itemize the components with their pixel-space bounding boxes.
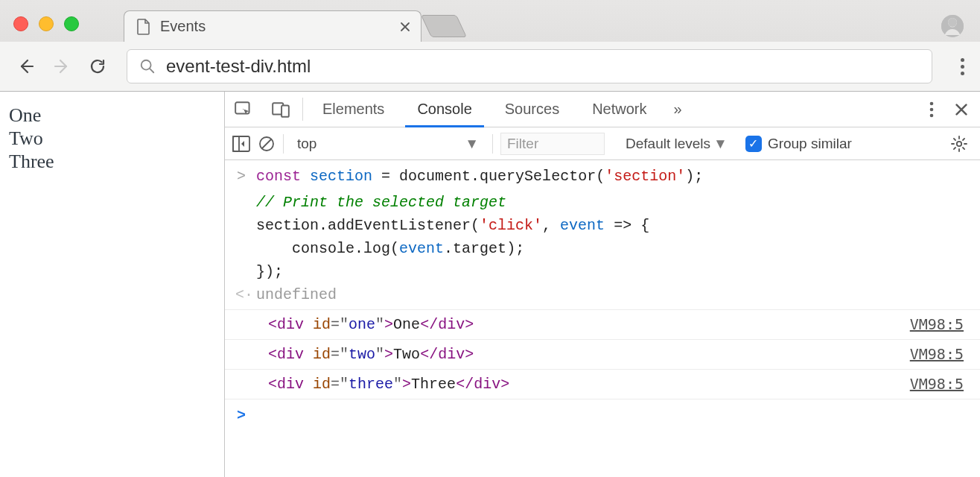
window-close-button[interactable] <box>13 16 28 31</box>
search-icon <box>139 58 156 75</box>
code-text: section.addEventListener('click', event … <box>256 215 649 236</box>
gutter <box>235 238 247 259</box>
back-button[interactable] <box>13 54 39 79</box>
context-label: top <box>297 136 316 152</box>
log-source-link[interactable]: VM98:5 <box>910 374 970 394</box>
gutter <box>235 192 247 212</box>
prompt-chevron-icon: > <box>235 405 247 426</box>
gutter <box>235 215 247 236</box>
devtools-tab-console[interactable]: Console <box>401 92 488 127</box>
new-tab-button[interactable] <box>421 15 467 37</box>
profile-avatar[interactable] <box>941 15 964 37</box>
tab-label: Network <box>592 101 646 118</box>
svg-rect-10 <box>233 136 239 151</box>
window-minimize-button[interactable] <box>39 16 54 31</box>
tab-title: Events <box>160 18 391 35</box>
svg-rect-5 <box>281 105 289 116</box>
group-similar-label: Group similar <box>768 136 852 152</box>
console-filter-input[interactable] <box>500 133 605 155</box>
svg-point-1 <box>949 19 957 28</box>
tab-strip: Events <box>0 0 980 42</box>
caret-down-icon: ▼ <box>465 136 479 152</box>
console-log-row[interactable]: <div id="three">Three</div>VM98:5 <box>225 370 980 399</box>
return-value: undefined <box>256 285 337 305</box>
caret-down-icon: ▼ <box>713 136 728 152</box>
page-viewport[interactable]: One Two Three <box>0 92 225 477</box>
checkbox-checked-icon: ✓ <box>745 136 762 152</box>
console-toolbar: top ▼ Default levels ▼ ✓ Group similar <box>225 127 980 160</box>
browser-chrome: Events <box>0 0 980 92</box>
devtools-tab-sources[interactable]: Sources <box>489 92 576 127</box>
console-input-line: console.log(event.target); <box>225 237 980 260</box>
reload-button[interactable] <box>85 54 110 79</box>
return-arrow-icon: <· <box>235 285 247 305</box>
logged-element: <div id="three">Three</div> <box>247 374 509 394</box>
devtools-tab-network[interactable]: Network <box>576 92 663 127</box>
console-input-line: section.addEventListener('click', event … <box>225 214 980 237</box>
log-levels-selector[interactable]: Default levels ▼ <box>626 136 728 152</box>
svg-point-7 <box>930 107 934 111</box>
group-similar-toggle[interactable]: ✓ Group similar <box>745 136 852 152</box>
separator <box>492 134 493 154</box>
console-input-line: >const section = document.querySelector(… <box>225 165 980 188</box>
console-settings-button[interactable] <box>946 135 973 153</box>
window-controls <box>13 16 79 31</box>
gutter <box>235 262 247 282</box>
console-input-line: }); <box>225 260 980 283</box>
forward-button[interactable] <box>49 54 74 79</box>
logged-element: <div id="one">One</div> <box>247 315 474 335</box>
console-log-row[interactable]: <div id="two">Two</div>VM98:5 <box>225 340 980 370</box>
code-text: }); <box>256 262 283 282</box>
devtools-menu-button[interactable] <box>920 101 943 118</box>
window-zoom-button[interactable] <box>64 16 79 31</box>
tab-label: Elements <box>322 101 384 118</box>
browser-tab[interactable]: Events <box>124 10 421 42</box>
device-toolbar-button[interactable] <box>262 92 299 127</box>
log-source-link[interactable]: VM98:5 <box>910 315 970 335</box>
console-output[interactable]: >const section = document.querySelector(… <box>225 160 980 477</box>
console-input-line: // Print the selected target <box>225 191 980 214</box>
tab-label: Console <box>417 101 471 118</box>
devtools-tabbar: Elements Console Sources Network » <box>225 92 980 127</box>
clear-console-button[interactable] <box>258 135 276 153</box>
devtools-close-button[interactable] <box>943 103 980 116</box>
levels-label: Default levels <box>626 136 710 152</box>
url-input[interactable] <box>166 56 920 77</box>
page-item[interactable]: Two <box>9 127 215 150</box>
page-item[interactable]: Three <box>9 150 215 173</box>
browser-menu-button[interactable] <box>952 56 973 77</box>
address-bar[interactable] <box>127 49 932 83</box>
input-chevron-icon: > <box>235 166 247 186</box>
separator <box>283 134 284 154</box>
code-text: console.log(event.target); <box>256 238 524 259</box>
page-item[interactable]: One <box>9 104 215 127</box>
tab-close-button[interactable] <box>400 22 410 32</box>
logged-element: <div id="two">Two</div> <box>247 344 474 364</box>
file-icon <box>136 19 151 35</box>
browser-toolbar <box>0 42 980 91</box>
devtools-tabs-overflow[interactable]: » <box>664 92 693 127</box>
console-return-row: <· undefined <box>225 283 980 310</box>
code-text: const section = document.querySelector('… <box>256 166 703 186</box>
console-log-row[interactable]: <div id="one">One</div>VM98:5 <box>225 310 980 340</box>
svg-point-12 <box>957 141 961 145</box>
separator <box>302 98 303 121</box>
svg-point-8 <box>930 113 934 117</box>
console-prompt[interactable]: > <box>225 399 980 436</box>
devtools-tab-elements[interactable]: Elements <box>306 92 401 127</box>
code-text: // Print the selected target <box>256 192 506 212</box>
log-source-link[interactable]: VM98:5 <box>910 344 970 364</box>
console-input-block: >const section = document.querySelector(… <box>225 165 980 283</box>
devtools-panel: Elements Console Sources Network » <box>225 92 980 477</box>
console-sidebar-toggle[interactable] <box>232 136 250 152</box>
inspect-element-button[interactable] <box>225 92 262 127</box>
tab-label: Sources <box>505 101 559 118</box>
svg-rect-3 <box>235 102 249 113</box>
svg-point-6 <box>930 101 934 105</box>
execution-context-selector[interactable]: top ▼ <box>291 134 485 154</box>
